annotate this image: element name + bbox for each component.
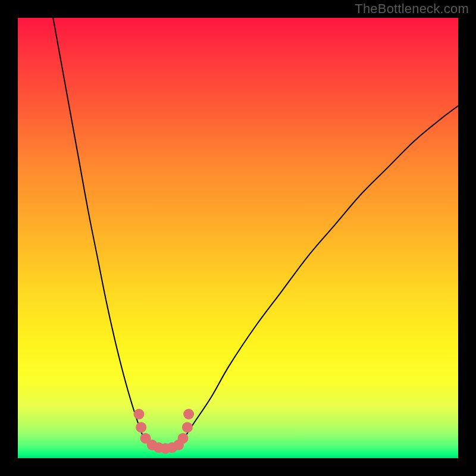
frame-right (458, 0, 476, 476)
valley-marker (136, 422, 146, 433)
watermark-text: TheBottleneck.com (355, 1, 469, 17)
bottleneck-curve (53, 18, 458, 449)
valley-marker (183, 409, 194, 419)
frame-left (0, 0, 18, 476)
valley-marker (178, 433, 189, 444)
valley-markers-group (134, 409, 195, 454)
frame-bottom (0, 458, 476, 476)
valley-marker (182, 422, 193, 433)
plot-area (18, 18, 458, 458)
valley-marker (134, 409, 145, 419)
bottleneck-curve-svg (18, 18, 458, 458)
